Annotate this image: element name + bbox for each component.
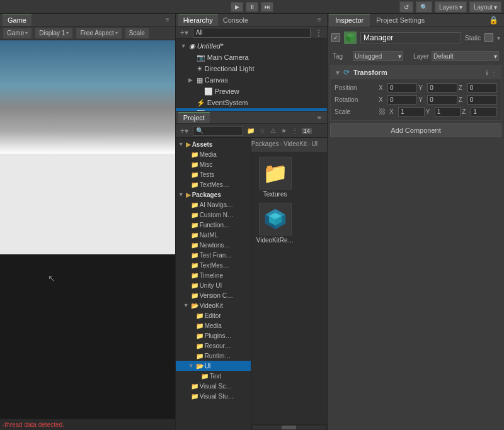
project-content: 📁 Textures <box>251 152 327 424</box>
hierarchy-search-input[interactable] <box>193 28 311 38</box>
layer-dropdown[interactable]: Default ▾ <box>432 51 499 61</box>
asset-videokitre[interactable]: VideoKitRe… <box>256 203 294 244</box>
project-menu-button[interactable]: ≡ <box>314 113 324 123</box>
hierarchy-menu-button[interactable]: ≡ <box>314 15 324 25</box>
ptree-ai-naviga[interactable]: 📁 AI Naviga… <box>176 200 251 210</box>
ptree-runtime[interactable]: 📁 Runtim… <box>176 351 251 361</box>
asset-textures[interactable]: 📁 Textures <box>256 157 294 198</box>
tree-item-untitled[interactable]: ▼ ◉ Untitled* <box>176 40 327 52</box>
layout-dropdown[interactable]: Layout ▾ <box>469 1 501 13</box>
static-checkbox[interactable] <box>484 33 493 42</box>
game-toolbar: Game ▾ Display 1 ▾ Free Aspect ▾ Scale <box>0 26 175 40</box>
ptree-plugins[interactable]: 📁 Plugins… <box>176 331 251 341</box>
project-options-btn[interactable]: ⋮ <box>290 127 299 135</box>
project-panel: Project ≡ +▾ 📁 ☆ ⚠ ★ ⋮ 14 ▼ ▶ Ass <box>176 111 327 430</box>
hierarchy-add-button[interactable]: +▾ <box>178 28 190 38</box>
ptree-resources[interactable]: 📁 Resour… <box>176 341 251 351</box>
transform-header[interactable]: ▼ ⟳ Transform ℹ ⋮ <box>331 65 501 79</box>
rotation-y-field[interactable]: 0 <box>427 95 457 105</box>
game-display-dropdown[interactable]: Game ▾ <box>3 28 32 39</box>
game-scale-btn[interactable]: Scale <box>125 28 149 39</box>
ptree-packages[interactable]: ▼ ▶ Packages <box>176 190 251 200</box>
tab-project-settings[interactable]: Project Settings <box>370 14 431 26</box>
position-x-field[interactable]: 0 <box>387 83 417 93</box>
project-count-badge: 14 <box>302 128 312 134</box>
project-folder-icon-btn[interactable]: 📁 <box>246 127 256 135</box>
tab-console[interactable]: Console <box>218 14 253 26</box>
game-panel: Game ≡ Game ▾ Display 1 ▾ Free Aspect ▾ … <box>0 14 176 430</box>
search-button[interactable]: 🔍 <box>416 1 432 13</box>
tree-item-canvas[interactable]: ▶ ▦ Canvas <box>176 74 327 86</box>
ptree-unity-ui[interactable]: 📁 Unity UI <box>176 280 251 290</box>
tab-hierarchy[interactable]: Hierarchy <box>178 14 218 26</box>
ptree-media-vk[interactable]: 📁 Media <box>176 320 251 331</box>
object-enabled-checkbox[interactable]: ✓ <box>331 33 340 42</box>
layers-dropdown[interactable]: Layers ▾ <box>435 1 467 13</box>
tree-item-eventsystem[interactable]: ⚡ EventSystem <box>176 97 327 108</box>
add-component-button[interactable]: Add Component <box>330 123 501 137</box>
game-display1-dropdown[interactable]: Display 1 ▾ <box>35 28 73 39</box>
transform-toggle[interactable]: ▼ <box>335 69 341 76</box>
ptree-test-fran[interactable]: 📁 Test Fran… <box>176 250 251 260</box>
static-arrow[interactable]: ▾ <box>497 35 500 42</box>
ptree-textmesh-assets[interactable]: 📁 TextMes… <box>176 179 251 190</box>
ptree-natml[interactable]: 📁 NatML <box>176 230 251 240</box>
ptree-assets[interactable]: ▼ ▶ Assets <box>176 139 251 149</box>
project-search-input[interactable] <box>193 126 243 136</box>
project-scrollbar[interactable] <box>251 424 327 430</box>
ptree-ui[interactable]: ▼ 📂 UI <box>176 361 251 371</box>
project-fav-btn[interactable]: ☆ <box>258 127 266 135</box>
project-add-button[interactable]: +▾ <box>178 126 190 136</box>
ptree-text[interactable]: 📁 Text <box>176 371 251 381</box>
transform-menu-btn[interactable]: ⋮ <box>491 69 497 76</box>
position-label: Position <box>335 84 379 91</box>
ptree-newtons[interactable]: 📁 Newtons… <box>176 240 251 250</box>
ptree-function[interactable]: 📁 Function… <box>176 220 251 230</box>
rotation-x-field[interactable]: 0 <box>387 95 417 105</box>
scale-row: Scale ⛓ X 1 Y 1 Z 1 <box>335 106 497 117</box>
ptree-visual-sc[interactable]: 📁 Visual Sc… <box>176 381 251 391</box>
tab-project[interactable]: Project <box>178 112 210 123</box>
tag-dropdown[interactable]: Untagged ▾ <box>353 51 403 61</box>
asset-videokitre-label: VideoKitRe… <box>256 237 294 244</box>
tree-item-manager[interactable]: ⬜ Manager <box>176 108 327 111</box>
transform-info-btn[interactable]: ℹ <box>486 69 488 76</box>
ptree-misc[interactable]: 📁 Misc <box>176 159 251 169</box>
scale-z-field[interactable]: 1 <box>471 107 497 116</box>
project-warn-btn[interactable]: ⚠ <box>269 127 277 135</box>
project-star-btn[interactable]: ★ <box>280 127 288 135</box>
hierarchy-options-button[interactable]: ⋮ <box>313 28 324 38</box>
game-white <box>0 154 175 254</box>
ptree-media[interactable]: 📁 Media <box>176 149 251 159</box>
object-name-input[interactable] <box>360 32 461 43</box>
ptree-textmesh-pkg[interactable]: 📁 TextMes… <box>176 260 251 270</box>
ptree-visual-stu[interactable]: 📁 Visual Stu… <box>176 391 251 401</box>
tab-game[interactable]: Game <box>3 14 32 26</box>
rotation-z-field[interactable]: 0 <box>467 95 497 105</box>
ptree-custom-n[interactable]: 📁 Custom N… <box>176 210 251 220</box>
project-breadcrumb: Packages › VideoKit › UI <box>251 138 327 149</box>
game-menu-button[interactable]: ≡ <box>163 15 173 25</box>
tree-item-preview[interactable]: ⬜ Preview <box>176 86 327 97</box>
position-y-field[interactable]: 0 <box>427 83 457 93</box>
inspector-lock-btn[interactable]: 🔒 <box>487 15 500 25</box>
play-button[interactable]: ▶ <box>231 2 243 12</box>
game-aspect-dropdown[interactable]: Free Aspect ▾ <box>76 28 122 39</box>
step-button[interactable]: ⏭ <box>261 2 273 12</box>
position-z-field[interactable]: 0 <box>467 83 497 93</box>
ptree-editor[interactable]: 📁 Editor <box>176 310 251 320</box>
ptree-tests[interactable]: 📁 Tests <box>176 169 251 179</box>
scale-y-field[interactable]: 1 <box>435 107 461 116</box>
scale-x-field[interactable]: 1 <box>398 107 425 116</box>
pause-button[interactable]: ⏸ <box>246 2 258 12</box>
tag-layer-row: Tag Untagged ▾ Layer Default ▾ <box>330 50 501 62</box>
right-panel: Inspector Project Settings 🔒 ✓ <box>328 14 504 430</box>
ptree-version-c[interactable]: 📁 Version C… <box>176 290 251 300</box>
hierarchy-search-bar: +▾ ⋮ <box>176 26 327 39</box>
undo-button[interactable]: ↺ <box>399 1 413 13</box>
ptree-videokit[interactable]: ▼ 📂 VideoKit <box>176 300 251 310</box>
tree-item-directional-light[interactable]: ☀ Directional Light <box>176 63 327 74</box>
ptree-timeline[interactable]: 📁 Timeline <box>176 270 251 280</box>
tree-item-main-camera[interactable]: 📷 Main Camera <box>176 52 327 63</box>
tab-inspector[interactable]: Inspector <box>329 14 370 26</box>
